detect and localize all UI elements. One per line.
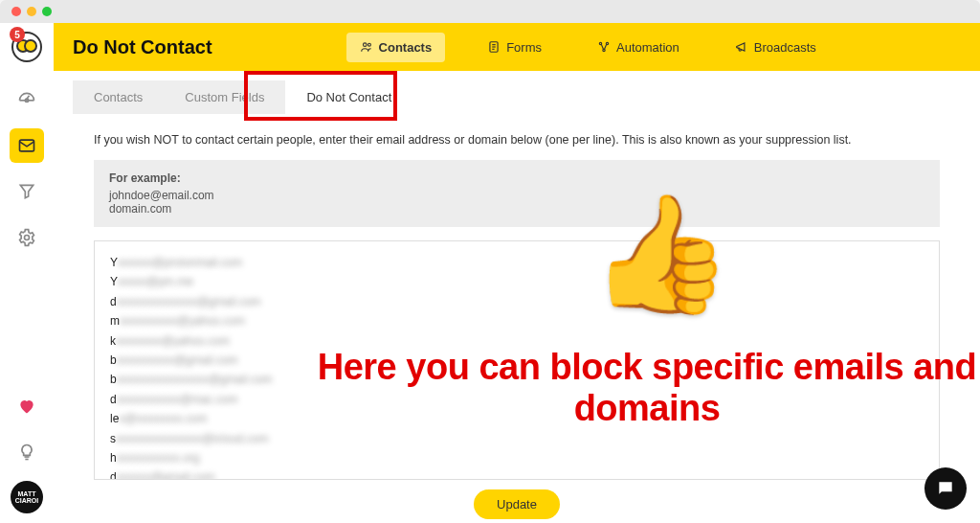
sidebar-item-filter[interactable]: [10, 174, 44, 209]
window-maximize-icon[interactable]: [42, 7, 52, 16]
suppression-row: sxxxxxxxxxxxxxxx@icloud.com: [110, 429, 924, 448]
suppression-row: bxxxxxxxxxx@gmail.com: [110, 351, 924, 370]
chat-icon: [936, 479, 955, 498]
sidebar: 5 MATT CIAROI: [0, 23, 54, 523]
example-title: For example:: [109, 171, 924, 185]
app-logo[interactable]: 5: [0, 23, 54, 71]
users-icon: [360, 40, 373, 54]
suppression-row: bxxxxxxxxxxxxxxxx@gmail.com: [110, 370, 924, 389]
funnel-icon: [17, 182, 36, 201]
sidebar-item-help[interactable]: [10, 435, 44, 469]
example-line: johndoe@email.com: [109, 189, 924, 202]
gear-icon: [17, 228, 36, 247]
svg-point-10: [606, 42, 608, 44]
nav-label: Forms: [506, 40, 542, 55]
sidebar-item-favorites[interactable]: [10, 389, 44, 423]
nav-label: Broadcasts: [754, 40, 816, 55]
suppression-row: lex@xxxxxxxx.com: [110, 409, 924, 428]
svg-point-4: [368, 43, 370, 46]
page-title: Do Not Contact: [73, 36, 212, 58]
update-button[interactable]: Update: [474, 489, 560, 519]
suppression-row: dxxxxxx@gmail.com: [110, 467, 924, 480]
user-avatar[interactable]: MATT CIAROI: [11, 481, 43, 513]
nav-label: Contacts: [379, 40, 433, 55]
form-icon: [487, 40, 501, 54]
lightbulb-icon: [17, 443, 36, 462]
nav-contacts[interactable]: Contacts: [346, 33, 446, 62]
suppression-row: Yxxxxx@pm.me: [110, 272, 924, 291]
gauge-icon: [17, 90, 36, 109]
svg-point-11: [603, 49, 605, 51]
suppression-row: dxxxxxxxxxxx@mac.com: [110, 390, 924, 409]
nav-forms[interactable]: Forms: [474, 33, 555, 62]
notification-badge: 5: [10, 27, 25, 42]
envelope-icon: [17, 136, 36, 155]
window-minimize-icon[interactable]: [27, 7, 36, 16]
example-box: For example: johndoe@email.com domain.co…: [94, 160, 940, 227]
suppression-row: dxxxxxxxxxxxxxx@gmail.com: [110, 292, 924, 311]
nav-automation[interactable]: Automation: [584, 33, 693, 62]
nav-label: Automation: [616, 40, 679, 55]
intro-text: If you wish NOT to contact certain peopl…: [94, 133, 940, 147]
tab-do-not-contact[interactable]: Do Not Contact: [285, 80, 412, 114]
automation-icon: [597, 40, 611, 54]
heart-icon: [17, 397, 36, 416]
window-close-icon[interactable]: [11, 7, 21, 16]
top-header: Do Not Contact Contacts Forms Automation…: [54, 23, 980, 71]
svg-point-9: [599, 42, 601, 44]
sidebar-item-settings[interactable]: [10, 220, 44, 255]
chat-fab[interactable]: [924, 467, 967, 510]
svg-point-3: [363, 43, 367, 47]
svg-point-2: [25, 236, 30, 240]
example-line: domain.com: [109, 202, 924, 216]
suppression-row: Yxxxxxx@protonmail.com: [110, 253, 924, 272]
tab-contacts[interactable]: Contacts: [73, 80, 164, 114]
sidebar-item-mail[interactable]: [10, 128, 44, 163]
suppression-row: kxxxxxxxx@yahoo.com: [110, 331, 924, 351]
tab-custom-fields[interactable]: Custom Fields: [164, 80, 285, 114]
top-nav: Contacts Forms Automation Broadcasts: [346, 33, 830, 62]
suppression-textarea[interactable]: Yxxxxxx@protonmail.comYxxxxx@pm.medxxxxx…: [94, 240, 940, 480]
suppression-row: mxxxxxxxxxx@yahoo.com: [110, 311, 924, 330]
nav-broadcasts[interactable]: Broadcasts: [722, 33, 830, 62]
browser-title-bar: [0, 0, 980, 23]
suppression-row: hxxxxxxxxxxx.org: [110, 448, 924, 467]
sidebar-item-dashboard[interactable]: [10, 82, 44, 117]
megaphone-icon: [735, 40, 748, 54]
sub-tabs: Contacts Custom Fields Do Not Contact: [73, 80, 412, 114]
